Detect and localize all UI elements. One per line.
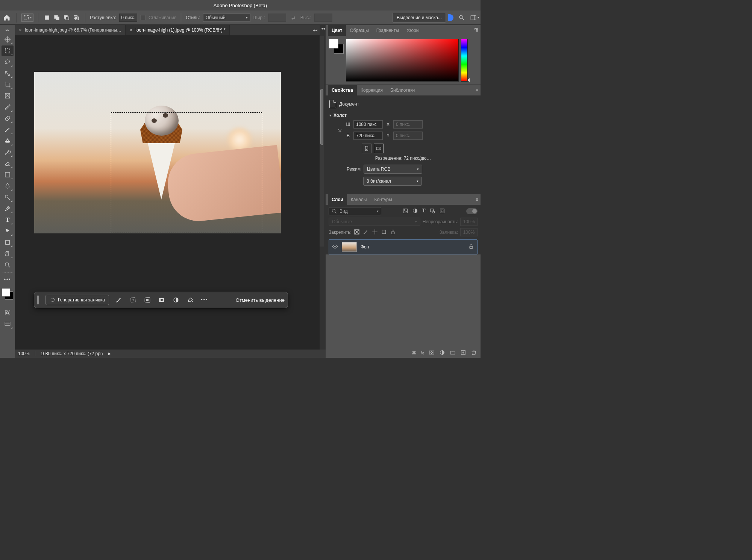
zoom-level[interactable]: 100% bbox=[18, 351, 30, 356]
feather-input[interactable] bbox=[119, 14, 137, 22]
shape-tool[interactable] bbox=[2, 237, 14, 248]
fg-bg-selector[interactable] bbox=[329, 39, 344, 54]
blur-tool[interactable] bbox=[2, 181, 14, 191]
selection-intersect-icon[interactable] bbox=[72, 14, 80, 22]
foreground-color-swatch[interactable] bbox=[2, 288, 10, 297]
quick-select-tool[interactable] bbox=[2, 68, 14, 79]
new-layer-icon[interactable] bbox=[460, 350, 466, 357]
clone-stamp-tool[interactable] bbox=[2, 136, 14, 146]
workspace-button[interactable]: ▾ bbox=[470, 14, 479, 22]
eraser-tool[interactable] bbox=[2, 158, 14, 169]
filter-type-icon[interactable]: T bbox=[422, 208, 425, 215]
document-tab[interactable]: × loon-image-high (1).jpeg @ 100% (RGB/8… bbox=[126, 25, 230, 35]
edit-toolbar-button[interactable]: ••• bbox=[2, 274, 14, 285]
drag-handle-icon[interactable] bbox=[37, 295, 39, 304]
hand-tool[interactable] bbox=[2, 248, 14, 259]
layer-filter-kind[interactable]: Вид ▾ bbox=[329, 207, 381, 215]
color-swatches[interactable] bbox=[2, 288, 14, 300]
canvas-height-input[interactable] bbox=[353, 132, 383, 140]
path-select-tool[interactable] bbox=[2, 226, 14, 236]
quick-mask-toggle[interactable] bbox=[2, 307, 14, 318]
type-tool[interactable]: T bbox=[2, 215, 14, 225]
add-mask-icon[interactable] bbox=[429, 350, 435, 357]
scrollbar-thumb[interactable] bbox=[320, 89, 323, 145]
collapse-panels-icon[interactable]: ◂◂ bbox=[311, 25, 320, 35]
layer-row[interactable]: Фон bbox=[329, 239, 478, 254]
lock-icon[interactable] bbox=[468, 244, 474, 251]
canvas-section-toggle[interactable]: ▾ Холст bbox=[329, 113, 477, 118]
tab-patterns[interactable]: Узоры bbox=[403, 25, 423, 36]
layer-filter-toggle[interactable] bbox=[466, 208, 478, 214]
move-tool[interactable] bbox=[2, 34, 14, 45]
history-brush-tool[interactable] bbox=[2, 147, 14, 157]
tab-properties[interactable]: Свойства bbox=[328, 85, 357, 95]
search-button[interactable] bbox=[457, 14, 466, 22]
delete-layer-icon[interactable] bbox=[471, 350, 477, 357]
vertical-scrollbar[interactable] bbox=[320, 36, 324, 247]
hue-slider[interactable] bbox=[461, 39, 468, 82]
filter-adjust-icon[interactable] bbox=[412, 208, 418, 215]
close-tab-icon[interactable]: × bbox=[129, 27, 132, 33]
eyedropper-tool[interactable] bbox=[2, 102, 14, 112]
marquee-tool[interactable] bbox=[2, 45, 14, 56]
lock-transparency-icon[interactable] bbox=[354, 229, 360, 236]
color-mode-select[interactable]: Цвета RGB ▾ bbox=[364, 165, 422, 174]
frame-tool[interactable] bbox=[2, 91, 14, 101]
fx-icon[interactable]: fx bbox=[421, 350, 424, 356]
filter-smart-icon[interactable] bbox=[439, 208, 445, 215]
home-button[interactable] bbox=[2, 13, 12, 23]
group-icon[interactable] bbox=[450, 350, 456, 357]
adjustment-icon[interactable] bbox=[171, 295, 180, 304]
invert-selection-icon[interactable] bbox=[143, 295, 152, 304]
collapse-panels-icon[interactable]: ▸▸ bbox=[475, 26, 478, 30]
chevron-right-icon[interactable]: ▶ bbox=[108, 352, 111, 356]
modify-selection-icon[interactable] bbox=[129, 295, 138, 304]
document-dimensions[interactable]: 1080 пикс. x 720 пикс. (72 ppi) bbox=[41, 351, 103, 356]
tab-color[interactable]: Цвет bbox=[328, 25, 346, 36]
expand-toolbar-icon[interactable]: ▸▸ bbox=[6, 28, 9, 32]
selection-subtract-icon[interactable] bbox=[62, 14, 71, 22]
tab-adjustments[interactable]: Коррекция bbox=[357, 85, 387, 95]
tab-gradients[interactable]: Градиенты bbox=[373, 25, 403, 36]
lasso-tool[interactable] bbox=[2, 57, 14, 67]
visibility-toggle-icon[interactable] bbox=[332, 244, 338, 251]
style-select[interactable]: Обычный ▾ bbox=[203, 14, 250, 22]
tab-swatches[interactable]: Образцы bbox=[346, 25, 372, 36]
crop-tool[interactable] bbox=[2, 79, 14, 90]
lock-artboard-icon[interactable] bbox=[381, 229, 387, 236]
panel-menu-icon[interactable]: ≡ bbox=[476, 88, 478, 93]
document-canvas[interactable] bbox=[34, 72, 281, 233]
lock-image-icon[interactable] bbox=[363, 229, 369, 236]
brush-selection-icon[interactable] bbox=[114, 295, 123, 304]
landscape-orientation-button[interactable] bbox=[374, 144, 384, 153]
zoom-tool[interactable] bbox=[2, 260, 14, 270]
panel-menu-icon[interactable]: ≡ bbox=[476, 197, 478, 202]
layer-thumbnail[interactable] bbox=[342, 242, 357, 252]
tab-paths[interactable]: Контуры bbox=[370, 194, 396, 205]
pen-tool[interactable] bbox=[2, 203, 14, 214]
deselect-button[interactable]: Отменить выделение bbox=[236, 297, 285, 303]
healing-tool[interactable] bbox=[2, 113, 14, 124]
selection-new-icon[interactable] bbox=[43, 14, 51, 22]
expand-dock-icon[interactable]: ◂◂ bbox=[321, 26, 325, 30]
color-field[interactable] bbox=[346, 39, 459, 82]
lock-position-icon[interactable] bbox=[372, 229, 378, 236]
lock-all-icon[interactable] bbox=[390, 229, 396, 236]
mask-icon[interactable] bbox=[157, 295, 166, 304]
dodge-tool[interactable] bbox=[2, 192, 14, 203]
tab-libraries[interactable]: Библиотеки bbox=[387, 85, 418, 95]
tab-channels[interactable]: Каналы bbox=[347, 194, 371, 205]
generative-fill-button[interactable]: Генеративная заливка bbox=[45, 295, 109, 305]
selection-add-icon[interactable] bbox=[53, 14, 61, 22]
filter-pixel-icon[interactable] bbox=[402, 208, 408, 215]
fill-icon[interactable] bbox=[186, 295, 195, 304]
active-tool-preset[interactable]: ▾ bbox=[21, 14, 33, 22]
link-layers-icon[interactable]: ⌘ bbox=[412, 350, 416, 356]
screen-mode-toggle[interactable] bbox=[2, 319, 14, 329]
gradient-tool[interactable] bbox=[2, 170, 14, 180]
canvas-area[interactable]: Генеративная заливка ••• Отменить выделе… bbox=[15, 35, 320, 350]
layer-name[interactable]: Фон bbox=[361, 244, 369, 250]
portrait-orientation-button[interactable] bbox=[362, 144, 371, 153]
select-and-mask-button[interactable]: Выделение и маска... bbox=[393, 13, 446, 23]
tab-layers[interactable]: Слои bbox=[328, 194, 347, 205]
